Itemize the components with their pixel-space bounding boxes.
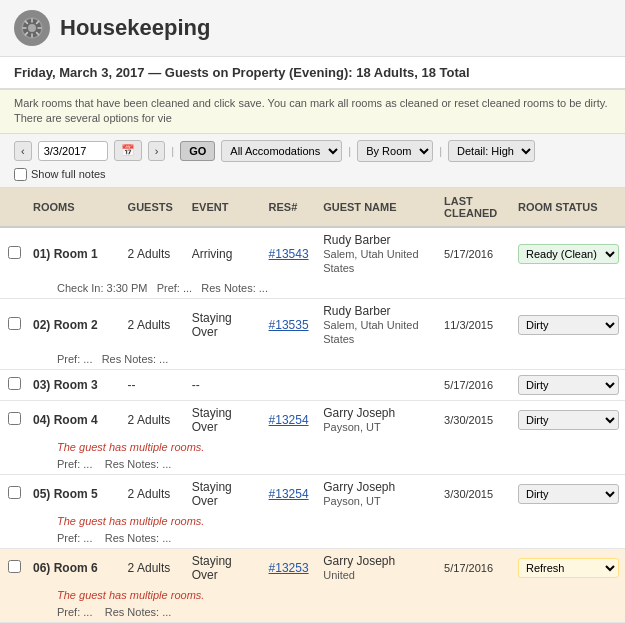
date-input[interactable] [38,141,108,161]
res-notes-label: Res Notes: ... [201,282,268,294]
guests-value: 2 Adults [128,487,171,501]
toolbar: ‹ 📅 › | GO All Accomodations | By Room |… [0,134,625,188]
event-value: Staying Over [192,554,232,582]
row-checkbox[interactable] [8,246,21,259]
res-cell: #13253 [263,548,318,587]
th-res: RES# [263,188,318,227]
last-cleaned-value: 5/17/2016 [444,248,493,260]
last-cleaned-cell: 5/17/2016 [438,227,512,280]
room-name-cell: 06) Room 6 [27,548,122,587]
sep-3: | [439,145,442,157]
row-checkbox[interactable] [8,560,21,573]
th-status: ROOM STATUS [512,188,625,227]
event-cell: Arriving [186,227,263,280]
status-select[interactable]: Dirty Ready (Clean) Dirty Refresh Do Not… [518,375,619,395]
room-name: 03) Room 3 [33,378,98,392]
next-date-button[interactable]: › [148,141,166,161]
pref-res-content: Pref: ... Res Notes: ... [27,530,625,549]
show-full-notes-checkbox[interactable] [14,168,27,181]
res-notes-label: Res Notes: ... [105,532,172,544]
res-notes-label: Res Notes: ... [105,606,172,618]
status-select[interactable]: Dirty Ready (Clean) Dirty Refresh Do Not… [518,315,619,335]
th-event: EVENT [186,188,263,227]
room-sub-row: Pref: ... Res Notes: ... [0,351,625,370]
guest-name-cell: Rudy Barber Salem, Utah United States [317,227,438,280]
row-checkbox-cell [0,400,27,439]
status-cell: Dirty Ready (Clean) Dirty Refresh Do Not… [512,400,625,439]
res-link[interactable]: #13253 [269,561,309,575]
guest-name-cell: Garry Joseph United [317,548,438,587]
svg-point-1 [28,24,36,32]
guests-value: -- [128,378,136,392]
pref-label: Pref: ... [57,458,92,470]
multiple-rooms-row: The guest has multiple rooms. [0,439,625,456]
status-cell: Dirty Ready (Clean) Dirty Refresh Do Not… [512,298,625,351]
pref-res-sub-row: Pref: ... Res Notes: ... [0,530,625,549]
calendar-icon-button[interactable]: 📅 [114,140,142,161]
status-cell: Refresh Ready (Clean) Dirty Refresh Do N… [512,548,625,587]
event-value: Staying Over [192,311,232,339]
last-cleaned-cell: 3/30/2015 [438,474,512,513]
status-select[interactable]: Dirty Ready (Clean) Dirty Refresh Do Not… [518,410,619,430]
res-cell: #13543 [263,227,318,280]
table-row: 02) Room 2 2 Adults Staying Over #13535 … [0,298,625,351]
status-select[interactable]: Ready (Clean) Ready (Clean) Dirty Refres… [518,244,619,264]
last-cleaned-value: 3/30/2015 [444,488,493,500]
row-checkbox[interactable] [8,317,21,330]
accom-select[interactable]: All Accomodations [221,140,342,162]
room-name: 02) Room 2 [33,318,98,332]
res-link[interactable]: #13254 [269,487,309,501]
pref-label: Pref: ... [57,353,92,365]
row-checkbox[interactable] [8,377,21,390]
room-name: 04) Room 4 [33,413,98,427]
app-logo [14,10,50,46]
row-checkbox[interactable] [8,412,21,425]
res-link[interactable]: #13254 [269,413,309,427]
res-notes-label: Res Notes: ... [102,353,169,365]
event-value: Staying Over [192,406,232,434]
res-cell: #13254 [263,474,318,513]
room-name-cell: 04) Room 4 [27,400,122,439]
table-row: 04) Room 4 2 Adults Staying Over #13254 … [0,400,625,439]
res-cell: #13254 [263,400,318,439]
res-link[interactable]: #13535 [269,318,309,332]
event-cell: -- [186,369,263,400]
guest-name-cell: Garry Joseph Payson, UT [317,474,438,513]
status-cell: Dirty Ready (Clean) Dirty Refresh Do Not… [512,369,625,400]
pref-res-sub-row: Pref: ... Res Notes: ... [0,604,625,623]
guests-cell: -- [122,369,186,400]
guest-name: Garry Joseph [323,480,395,494]
room-name-cell: 03) Room 3 [27,369,122,400]
status-select[interactable]: Dirty Ready (Clean) Dirty Refresh Do Not… [518,484,619,504]
status-select[interactable]: Refresh Ready (Clean) Dirty Refresh Do N… [518,558,619,578]
prev-date-button[interactable]: ‹ [14,141,32,161]
pref-res-sub-row: Pref: ... Res Notes: ... [0,456,625,475]
go-button[interactable]: GO [180,141,215,161]
event-value: Staying Over [192,480,232,508]
th-guests: GUESTS [122,188,186,227]
multiple-rooms-row: The guest has multiple rooms. [0,587,625,604]
multiple-rooms-text: The guest has multiple rooms. [27,513,625,530]
guests-value: 2 Adults [128,318,171,332]
guest-location: Salem, Utah United States [323,248,418,274]
room-name: 05) Room 5 [33,487,98,501]
last-cleaned-value: 5/17/2016 [444,379,493,391]
event-value: Arriving [192,247,233,261]
row-checkbox[interactable] [8,486,21,499]
room-name: 06) Room 6 [33,561,98,575]
room-name-cell: 02) Room 2 [27,298,122,351]
guest-location: Payson, UT [323,495,380,507]
pref-label: Pref: ... [57,532,92,544]
last-cleaned-cell: 3/30/2015 [438,400,512,439]
res-link[interactable]: #13543 [269,247,309,261]
guests-cell: 2 Adults [122,400,186,439]
sep-2: | [348,145,351,157]
room-name-cell: 05) Room 5 [27,474,122,513]
table-row: 06) Room 6 2 Adults Staying Over #13253 … [0,548,625,587]
sub-row-content: Pref: ... Res Notes: ... [27,351,625,370]
by-select[interactable]: By Room [357,140,433,162]
res-notes-label: Res Notes: ... [105,458,172,470]
last-cleaned-value: 5/17/2016 [444,562,493,574]
detail-select[interactable]: Detail: High [448,140,535,162]
show-full-notes-label[interactable]: Show full notes [14,168,106,181]
